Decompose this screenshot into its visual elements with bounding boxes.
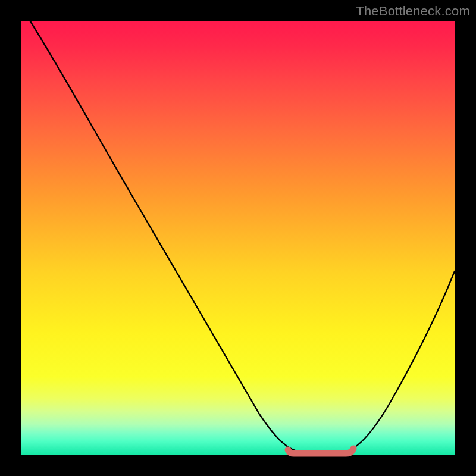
optimal-range-marker xyxy=(288,449,353,453)
chart-plot-area xyxy=(21,21,455,455)
bottleneck-curve xyxy=(27,17,455,452)
watermark-text: TheBottleneck.com xyxy=(356,4,470,19)
chart-frame: TheBottleneck.com xyxy=(0,0,476,476)
